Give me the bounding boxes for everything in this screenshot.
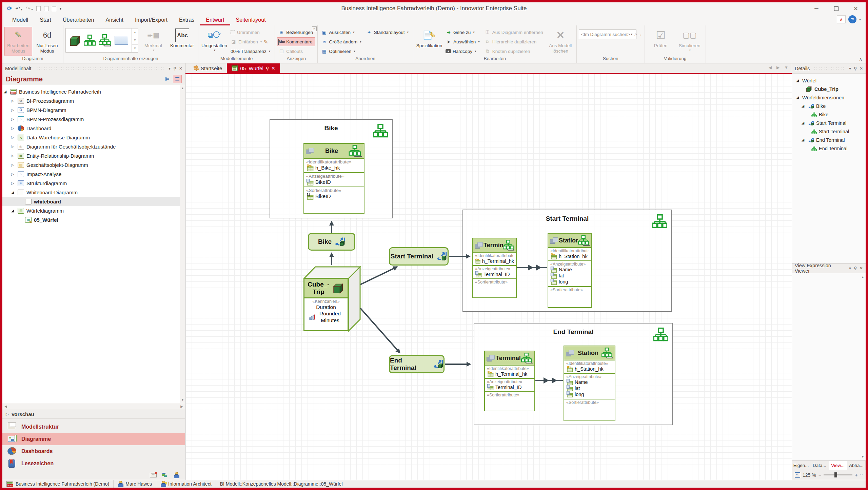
anzeigen-dialog-launcher[interactable]: ⌐: [312, 26, 317, 31]
brush-icon[interactable]: ✎: [263, 39, 268, 45]
pin-ribbon-icon[interactable]: ∧: [837, 15, 846, 23]
help-dropdown-icon[interactable]: ▾: [859, 18, 861, 21]
zoom-out-icon[interactable]: −: [818, 472, 821, 478]
tree-horizontal-scrollbar[interactable]: ◀▶: [2, 403, 185, 410]
tree-view-icon[interactable]: ⊫: [163, 75, 172, 83]
mail-icon[interactable]: [150, 473, 157, 477]
tree-item-geschaeftsobjekt[interactable]: ▷▤Geschäftsobjekt-Diagramm: [2, 160, 185, 170]
hardcopy-button[interactable]: ● Hardcopy▾: [444, 47, 482, 56]
cube-trip-node[interactable]: Cube_-Trip «Kennzahlen» Duration Rounded…: [303, 278, 349, 331]
gallery-down-icon[interactable]: ▼: [132, 36, 138, 44]
ausrichten-button[interactable]: ▣ Ausrichten▾: [320, 28, 364, 37]
gallery-up-icon[interactable]: ▲: [132, 28, 138, 36]
undo-icon[interactable]: ↶▾: [15, 5, 22, 12]
tab-close-icon[interactable]: ✕: [271, 65, 275, 71]
preview-expander[interactable]: ▷ Vorschau: [2, 410, 185, 419]
tabs-scroll-right-icon[interactable]: ▶: [776, 65, 780, 70]
viewer-close-icon[interactable]: ✕: [860, 266, 863, 271]
end-terminal-dimension-node[interactable]: End Terminal: [389, 355, 445, 373]
transparenz-button[interactable]: 00% Transparenz▾: [229, 47, 273, 56]
panel-pin-icon[interactable]: ⚲: [173, 66, 176, 71]
tab-pin-icon[interactable]: ⚲: [266, 66, 269, 71]
user-icon[interactable]: [174, 472, 179, 478]
nur-lesen-modus-button[interactable]: 6d Nur-Lesen Modus: [33, 27, 61, 56]
hierarchy-page-shape-icon[interactable]: [99, 34, 111, 46]
tree-item-bpmn-prozessdiagramm[interactable]: ▷◌BPMN-Prozessdiagramm: [2, 115, 185, 124]
callouts-button[interactable]: ❑ Callouts: [277, 47, 315, 56]
tab-start[interactable]: Start: [34, 15, 57, 25]
gallery-scrollbar[interactable]: ▲ ▼ ▼: [132, 28, 138, 52]
terminal-entity-end[interactable]: Terminal «Identifikatorattribute» h_Term…: [484, 351, 535, 411]
hierarchy-shape-icon[interactable]: [84, 35, 96, 46]
help-icon[interactable]: ?: [848, 15, 856, 23]
pruefen-button[interactable]: ☑ Prüfen: [647, 27, 675, 56]
gallery-expand-icon[interactable]: ▼: [132, 44, 138, 52]
close-button[interactable]: ✕: [846, 2, 866, 15]
simulieren-button[interactable]: ▢▢ Simulieren▾: [676, 27, 704, 56]
tab-eigenschaften[interactable]: Eigen...: [792, 461, 810, 470]
paste-icon[interactable]: [44, 6, 48, 11]
search-dropdown-icon[interactable]: ▾: [631, 33, 633, 36]
knoten-duplizieren-button[interactable]: ⧉ Knoten duplizieren: [483, 47, 546, 56]
nav-lesezeichen[interactable]: Lesezeichen: [2, 457, 185, 470]
org-structure-icon[interactable]: [162, 472, 168, 478]
station-entity-end[interactable]: Station «Identifikatorattribute» h_Stati…: [564, 346, 615, 421]
tab-seitenlayout[interactable]: Seitenlayout: [230, 15, 272, 25]
bearbeiten-modus-button[interactable]: ✎ Bearbeiten Modus: [4, 27, 32, 56]
viewer-pin-icon[interactable]: ⚲: [854, 266, 857, 271]
tree-item-wuerfeldiagramm[interactable]: ◢⊞Würfeldiagramm: [2, 206, 185, 215]
viewer-scroll-up-icon[interactable]: ▲: [861, 275, 864, 279]
panel-drag-handle[interactable]: [814, 67, 845, 70]
details-pin-icon[interactable]: ⚲: [854, 66, 857, 71]
frame-shape-icon[interactable]: [115, 36, 128, 45]
redo-icon[interactable]: ↷▾: [26, 5, 33, 12]
print-icon[interactable]: [52, 6, 56, 11]
search-go-icon[interactable]: ⌕→: [634, 31, 642, 37]
details-item-cube-trip[interactable]: Cube_Trip: [792, 85, 866, 93]
tree-item-strukturdiagramm[interactable]: ▷⌗Strukturdiagramm: [2, 179, 185, 188]
tab-extras[interactable]: Extras: [173, 15, 200, 25]
zoom-in-icon[interactable]: +: [855, 472, 857, 478]
tab-abhaengigkeiten[interactable]: Abhä...: [847, 461, 866, 470]
tab-view[interactable]: View...: [829, 460, 847, 470]
maximize-button[interactable]: [826, 2, 846, 15]
collapse-ribbon-icon[interactable]: ∧: [859, 57, 862, 62]
tab-ueberarbeiten[interactable]: Überarbeiten: [57, 15, 100, 25]
tree-item-bpmn-diagramm[interactable]: ▷OBPMN-Diagramm: [2, 105, 185, 115]
nav-dashboards[interactable]: Dashboards: [2, 445, 185, 457]
status-model[interactable]: Business Intelligence Fahrradverleih (De…: [2, 480, 114, 488]
sync-icon[interactable]: ⟳: [7, 5, 12, 12]
shape-gallery[interactable]: ▲ ▼ ▼: [65, 28, 138, 53]
tab-import-export[interactable]: Import/Export: [129, 15, 173, 25]
tree-item-bi-prozessdiagramm[interactable]: ▷⚙BI-Prozessdiagramm: [2, 96, 185, 105]
cube-shape-icon[interactable]: [69, 35, 81, 46]
aus-diagramm-entfernen-button[interactable]: ⎅ Aus Diagramm entfernen: [483, 28, 546, 37]
tab-data[interactable]: Data...: [810, 461, 829, 470]
panel-drag-handle[interactable]: [35, 67, 164, 70]
nav-diagramme[interactable]: Diagramme: [2, 433, 185, 445]
station-entity-start[interactable]: Station «Identifikatorattribute» h_Stati…: [548, 233, 592, 308]
bike-entity[interactable]: Bike «Identifikatorattribute» h_Bike_hk …: [303, 143, 364, 214]
tab-ansicht[interactable]: Ansicht: [100, 15, 129, 25]
minimize-button[interactable]: ─: [807, 2, 826, 15]
zoom-slider[interactable]: [824, 474, 852, 475]
aus-modell-loeschen-button[interactable]: ✕ Aus Modell löschen: [547, 27, 574, 56]
details-item-end-terminal-hierarchy[interactable]: End Terminal: [792, 144, 866, 153]
details-item-end-terminal[interactable]: ◢End Terminal: [792, 136, 866, 144]
umgestalten-button[interactable]: ⧉⟳ Umgestalten▾: [200, 27, 228, 56]
tree-vertical-scrollbar[interactable]: ▲▼: [180, 85, 185, 403]
terminal-entity-start[interactable]: Terminal «Identifikatorattribute» h_Term…: [472, 238, 517, 298]
tab-modell[interactable]: Modell: [6, 15, 34, 25]
tree-item-impact-analyse[interactable]: ▷◌Impact-Analyse: [2, 170, 185, 179]
einfaerben-button[interactable]: ◪ Einfärben▾ ✎: [229, 37, 273, 46]
tab-startseite[interactable]: Startseite: [189, 63, 227, 73]
tab-entwurf[interactable]: Entwurf: [200, 15, 230, 25]
tree-item-dashboard[interactable]: ▷Dashboard: [2, 124, 185, 133]
start-terminal-dimension-node[interactable]: Start Terminal: [389, 247, 449, 266]
tree-item-geschaeftsobjektzustaende[interactable]: ▷◎Diagramm für Geschäftsobjektzustände: [2, 142, 185, 151]
details-item-bike[interactable]: ◢Bike: [792, 102, 866, 110]
tabs-list-icon[interactable]: ▼: [784, 65, 788, 70]
standardlayout-button[interactable]: ✦ Standardlayout▾: [365, 28, 411, 37]
fit-to-window-icon[interactable]: [795, 472, 800, 478]
status-user[interactable]: Marc Hawes: [114, 480, 156, 488]
